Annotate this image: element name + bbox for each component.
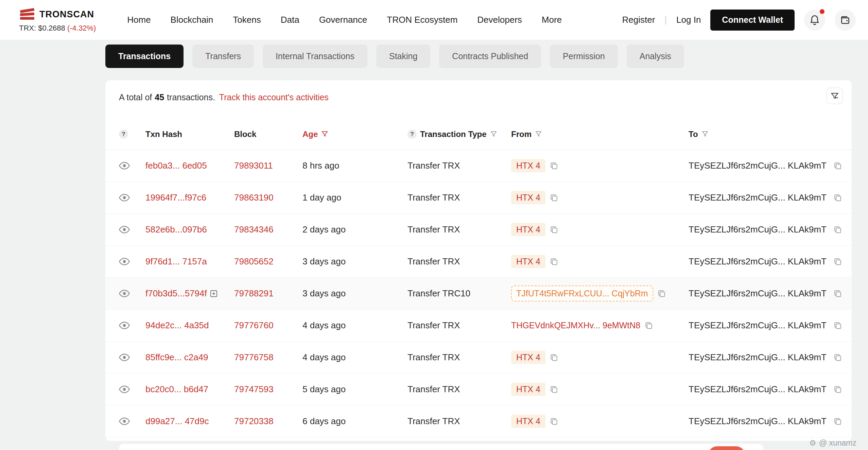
- to-address-link[interactable]: TEySEZLJf6rs2mCujG... KLAk9mT: [689, 320, 827, 331]
- eye-icon[interactable]: [119, 385, 130, 394]
- txn-hash-link[interactable]: 582e6b...097b6: [145, 224, 207, 235]
- connect-wallet-button[interactable]: Connect Wallet: [710, 10, 795, 31]
- eye-icon[interactable]: [119, 257, 130, 266]
- txn-hash-link[interactable]: bc20c0... b6d47: [145, 384, 208, 395]
- eye-icon[interactable]: [119, 353, 130, 362]
- to-address-link[interactable]: TEySEZLJf6rs2mCujG... KLAk9mT: [689, 160, 827, 171]
- copy-icon[interactable]: [833, 353, 842, 362]
- copy-icon[interactable]: [833, 417, 842, 426]
- copy-icon[interactable]: [550, 257, 558, 266]
- to-address-link[interactable]: TEySEZLJf6rs2mCujG... KLAk9mT: [689, 192, 827, 203]
- help-icon[interactable]: ?: [407, 129, 417, 139]
- block-link[interactable]: 79776758: [234, 352, 274, 362]
- txn-hash-link[interactable]: 85ffc9e... c2a49: [145, 352, 208, 363]
- nav-item-tokens[interactable]: Tokens: [233, 15, 261, 25]
- to-address-link[interactable]: TEySEZLJf6rs2mCujG... KLAk9mT: [689, 288, 827, 299]
- from-address-link[interactable]: HTX 4: [511, 159, 545, 172]
- to-filter-icon[interactable]: [701, 131, 709, 138]
- block-link[interactable]: 79863190: [234, 192, 274, 203]
- help-icon[interactable]: ?: [119, 129, 128, 139]
- copy-icon[interactable]: [550, 417, 558, 426]
- copy-icon[interactable]: [550, 161, 558, 170]
- block-link[interactable]: 79788291: [234, 288, 274, 298]
- nav-item-governance[interactable]: Governance: [319, 15, 367, 25]
- from-address-link[interactable]: HTX 4: [511, 383, 545, 396]
- nav-item-more[interactable]: More: [542, 15, 562, 25]
- copy-icon[interactable]: [644, 321, 653, 330]
- copy-icon[interactable]: [833, 161, 842, 170]
- block-link[interactable]: 79720338: [234, 416, 274, 426]
- block-link[interactable]: 79893011: [234, 160, 273, 171]
- expand-icon[interactable]: [210, 290, 218, 298]
- nav-item-blockchain[interactable]: Blockchain: [171, 15, 213, 25]
- copy-icon[interactable]: [550, 225, 558, 234]
- txn-hash-link[interactable]: feb0a3... 6ed05: [145, 160, 207, 171]
- tab-internal-transactions[interactable]: Internal Transactions: [263, 45, 367, 68]
- transaction-type-value: Transfer TRX: [407, 256, 511, 267]
- tab-permission[interactable]: Permission: [550, 45, 618, 68]
- col-to: To: [689, 129, 698, 139]
- eye-icon[interactable]: [119, 193, 130, 202]
- from-filter-icon[interactable]: [535, 131, 542, 138]
- copy-icon[interactable]: [833, 193, 842, 202]
- eye-icon[interactable]: [119, 225, 130, 234]
- age-filter-icon[interactable]: [321, 131, 328, 138]
- eye-icon[interactable]: [119, 321, 130, 330]
- block-link[interactable]: 79805652: [234, 256, 274, 266]
- copy-icon[interactable]: [550, 385, 558, 394]
- copy-icon[interactable]: [833, 385, 842, 394]
- watermark-text: @ xunamz: [819, 438, 856, 448]
- eye-icon[interactable]: [119, 417, 130, 426]
- copy-icon[interactable]: [833, 289, 842, 298]
- wallet-menu-button[interactable]: [835, 10, 856, 31]
- eye-icon[interactable]: [119, 289, 130, 298]
- txn-hash-link[interactable]: 19964f7...f97c6: [145, 192, 206, 203]
- copy-icon[interactable]: [833, 225, 842, 234]
- nav-item-tron-ecosystem[interactable]: TRON Ecosystem: [387, 15, 457, 25]
- from-address-link[interactable]: HTX 4: [511, 415, 545, 428]
- txn-hash-link[interactable]: 9f76d1... 7157a: [145, 256, 207, 267]
- block-link[interactable]: 79834346: [234, 224, 274, 235]
- txn-hash-link[interactable]: f70b3d5...5794f: [145, 288, 207, 299]
- txn-hash-link[interactable]: 94de2c... 4a35d: [145, 320, 209, 331]
- tab-transactions[interactable]: Transactions: [105, 45, 184, 68]
- to-address-link[interactable]: TEySEZLJf6rs2mCujG... KLAk9mT: [689, 384, 827, 395]
- notifications-button[interactable]: [804, 10, 825, 31]
- to-address-link[interactable]: TEySEZLJf6rs2mCujG... KLAk9mT: [689, 224, 827, 235]
- login-link[interactable]: Log In: [676, 15, 701, 25]
- copy-icon[interactable]: [550, 353, 558, 362]
- copy-icon[interactable]: [833, 321, 842, 330]
- copy-icon[interactable]: [833, 257, 842, 266]
- table-row: 85ffc9e... c2a49 79776758 4 days ago Tra…: [105, 342, 852, 374]
- from-address-link[interactable]: HTX 4: [511, 223, 545, 236]
- to-address-link[interactable]: TEySEZLJf6rs2mCujG... KLAk9mT: [689, 416, 827, 427]
- age-value: 5 days ago: [302, 384, 407, 395]
- register-link[interactable]: Register: [622, 15, 655, 25]
- eye-icon[interactable]: [119, 161, 130, 170]
- from-address-link[interactable]: HTX 4: [511, 351, 545, 364]
- tab-analysis[interactable]: Analysis: [627, 45, 684, 68]
- table-filter-button[interactable]: [827, 88, 843, 104]
- from-address-link[interactable]: HTX 4: [511, 255, 545, 268]
- from-address-link[interactable]: TJfUT4t5RwFRxLCUU... CqjYbRm: [511, 285, 653, 301]
- to-address-link[interactable]: TEySEZLJf6rs2mCujG... KLAk9mT: [689, 256, 827, 267]
- block-link[interactable]: 79747593: [234, 384, 274, 394]
- copy-icon[interactable]: [657, 289, 666, 298]
- to-address-link[interactable]: TEySEZLJf6rs2mCujG... KLAk9mT: [689, 352, 827, 363]
- type-filter-icon[interactable]: [490, 131, 497, 138]
- from-address-link[interactable]: HTX 4: [511, 191, 545, 204]
- txn-hash-link[interactable]: d99a27... 47d9c: [145, 416, 209, 427]
- tab-contracts-published[interactable]: Contracts Published: [439, 45, 541, 68]
- tab-staking[interactable]: Staking: [376, 45, 430, 68]
- transactions-panel: A total of 45 transactions. Track this a…: [105, 80, 852, 441]
- tab-transfers[interactable]: Transfers: [192, 45, 254, 68]
- nav-item-developers[interactable]: Developers: [477, 15, 522, 25]
- copy-icon[interactable]: [550, 193, 558, 202]
- track-activities-link[interactable]: Track this account's activities: [219, 92, 329, 102]
- nav-item-home[interactable]: Home: [127, 15, 151, 25]
- from-address-link[interactable]: THGEVdnkQEJMXHv... 9eMWtN8: [511, 321, 640, 330]
- brand-logo[interactable]: TRONSCAN TRX: $0.2688 (-4.32%): [19, 7, 96, 33]
- pagination-active-button[interactable]: [708, 446, 745, 450]
- nav-item-data[interactable]: Data: [281, 15, 299, 25]
- block-link[interactable]: 79776760: [234, 320, 274, 330]
